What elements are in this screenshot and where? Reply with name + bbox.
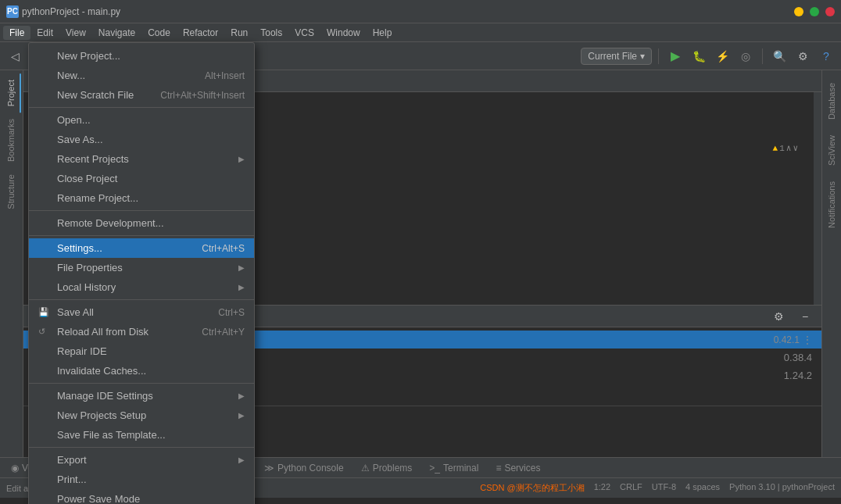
bottom-tab-services[interactable]: ≡ Services — [488, 461, 548, 475]
fm-label-new: New... — [57, 70, 85, 81]
menu-window[interactable]: Window — [320, 26, 367, 40]
fm-arrow-file-props: ▶ — [238, 263, 245, 272]
menu-view[interactable]: View — [59, 26, 92, 40]
panel-gear-btn[interactable]: ⚙ — [768, 306, 789, 327]
position-indicator[interactable]: 1:22 — [594, 482, 610, 494]
coverage-button[interactable]: ◎ — [735, 46, 756, 66]
fm-settings[interactable]: Settings... Ctrl+Alt+S — [29, 238, 254, 258]
fm-label-recent: Recent Projects — [57, 153, 129, 165]
help-toolbar-btn[interactable]: ? — [816, 46, 836, 66]
bottom-tab-python-console[interactable]: ≫ Python Console — [256, 461, 352, 475]
fm-open[interactable]: Open... — [29, 110, 254, 130]
fm-print[interactable]: Print... — [29, 470, 254, 489]
pc-label: Python Console — [277, 463, 344, 474]
fm-shortcut-reload: Ctrl+Alt+Y — [202, 327, 245, 338]
fm-label-invalidate: Invalidate Caches... — [57, 365, 146, 377]
editor-scrollbar[interactable] — [814, 92, 821, 305]
current-file-label: Current File — [588, 51, 637, 62]
fm-repair-ide[interactable]: Repair IDE — [29, 341, 254, 361]
fm-label-manage: Manage IDE Settings — [57, 390, 153, 402]
indent-indicator[interactable]: 4 spaces — [685, 482, 720, 494]
fm-remote-dev[interactable]: Remote Development... — [29, 213, 254, 233]
fm-manage-ide[interactable]: Manage IDE Settings ▶ — [29, 386, 254, 406]
fm-file-props[interactable]: File Properties ▶ — [29, 258, 254, 277]
fm-new-project[interactable]: New Project... — [29, 46, 254, 66]
fm-reload-all[interactable]: ↺ Reload All from Disk Ctrl+Alt+Y — [29, 322, 254, 341]
minimize-button[interactable] — [794, 7, 803, 16]
fm-label-save-all: Save All — [57, 306, 94, 318]
menu-tools[interactable]: Tools — [254, 26, 288, 40]
close-button[interactable] — [825, 7, 835, 16]
current-file-button[interactable]: Current File ▾ — [581, 48, 652, 65]
right-tab-notifications[interactable]: Notifications — [824, 175, 839, 234]
menu-code[interactable]: Code — [141, 26, 177, 40]
encoding-indicator[interactable]: UTF-8 — [652, 482, 676, 494]
bottom-tab-problems[interactable]: ⚠ Problems — [353, 461, 420, 475]
toolbar-back-btn[interactable]: ◁ — [5, 46, 25, 66]
left-tab-structure[interactable]: Structure — [2, 168, 21, 216]
fm-new[interactable]: New... Alt+Insert — [29, 66, 254, 85]
fm-local-history[interactable]: Local History ▶ — [29, 277, 254, 297]
file-menu[interactable]: New Project... New... Alt+Insert New Scr… — [28, 42, 255, 504]
nav-up[interactable]: ∧ — [786, 143, 792, 153]
pc-icon: ≫ — [264, 463, 274, 474]
fm-recent-projects[interactable]: Recent Projects ▶ — [29, 149, 254, 169]
fm-save-as[interactable]: Save As... — [29, 130, 254, 149]
fm-new-scratch[interactable]: New Scratch File Ctrl+Alt+Shift+Insert — [29, 85, 254, 105]
settings-toolbar-btn[interactable]: ⚙ — [793, 46, 813, 66]
menu-edit[interactable]: Edit — [30, 26, 59, 40]
run-button[interactable]: ▶ — [665, 46, 685, 66]
left-tab-bookmarks[interactable]: Bookmarks — [2, 113, 21, 168]
fm-label-export: Export — [57, 454, 87, 466]
fm-save-all[interactable]: 💾 Save All Ctrl+S — [29, 302, 254, 322]
fm-save-template[interactable]: Save File as Template... — [29, 425, 254, 445]
services-icon: ≡ — [496, 463, 501, 474]
fm-power-save[interactable]: Power Save Mode — [29, 489, 254, 504]
csdn-watermark: CSDN @测不怎的程工小湘 — [480, 482, 584, 494]
fm-invalidate-caches[interactable]: Invalidate Caches... — [29, 361, 254, 381]
fm-export[interactable]: Export ▶ — [29, 450, 254, 470]
fm-rename-project[interactable]: Rename Project... — [29, 188, 254, 208]
profile-button[interactable]: ⚡ — [712, 46, 732, 66]
package-actions-jieba: 0.42.1 ⋮ — [774, 334, 812, 345]
left-tab-project[interactable]: Project — [2, 73, 21, 113]
fm-sep-6 — [29, 447, 254, 448]
fm-sep-3 — [29, 235, 254, 236]
menu-vcs[interactable]: VCS — [288, 26, 320, 40]
menu-run[interactable]: Run — [224, 26, 254, 40]
nav-down[interactable]: ∨ — [793, 143, 798, 153]
fm-sep-4 — [29, 299, 254, 300]
right-tab-sciview[interactable]: SciView — [824, 129, 839, 172]
fm-label-print: Print... — [57, 474, 87, 485]
menu-help[interactable]: Help — [367, 26, 399, 40]
services-label: Services — [504, 463, 540, 474]
debug-button[interactable]: 🐛 — [689, 46, 709, 66]
fm-label-new-project: New Project... — [57, 50, 120, 62]
line-ending-indicator[interactable]: CRLF — [620, 482, 642, 494]
window-controls[interactable] — [794, 7, 835, 16]
fm-sep-2 — [29, 210, 254, 211]
fm-arrow-manage: ▶ — [238, 391, 245, 400]
package-more-jieba[interactable]: ⋮ — [803, 334, 812, 345]
fm-arrow-export: ▶ — [238, 456, 245, 464]
fm-label-save-as: Save As... — [57, 134, 103, 145]
fm-label-repair: Repair IDE — [57, 345, 107, 357]
fm-new-projects-setup[interactable]: New Projects Setup ▶ — [29, 406, 254, 425]
fm-label-template: Save File as Template... — [57, 429, 166, 441]
menu-file[interactable]: File — [3, 26, 30, 40]
terminal-label: Terminal — [443, 463, 478, 474]
fm-shortcut-new: Alt+Insert — [205, 70, 245, 81]
fm-sep-1 — [29, 107, 254, 108]
menu-navigate[interactable]: Navigate — [92, 26, 141, 40]
right-sidebar: Database SciView Notifications — [821, 70, 841, 457]
right-tab-database[interactable]: Database — [824, 77, 839, 126]
search-button[interactable]: 🔍 — [769, 46, 789, 66]
menu-refactor[interactable]: Refactor — [177, 26, 224, 40]
fm-shortcut-settings: Ctrl+Alt+S — [202, 243, 245, 254]
panel-minus-btn[interactable]: − — [795, 306, 815, 327]
fm-label-local-history: Local History — [57, 281, 116, 293]
menu-bar: File Edit View Navigate Code Refactor Ru… — [0, 23, 841, 42]
fm-close-project[interactable]: Close Project — [29, 169, 254, 188]
bottom-tab-terminal[interactable]: >_ Terminal — [421, 461, 486, 475]
maximize-button[interactable] — [810, 7, 819, 16]
